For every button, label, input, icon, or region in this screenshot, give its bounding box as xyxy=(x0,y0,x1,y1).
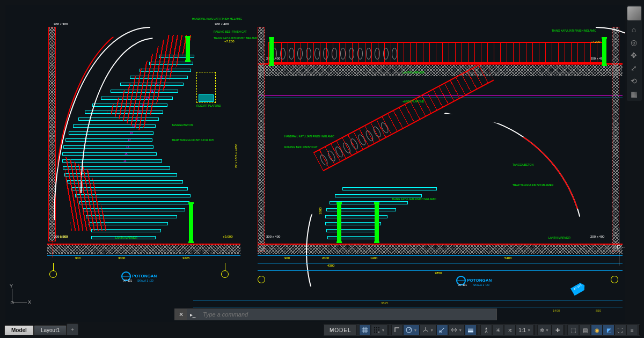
navigation-toolbar: ⌂ ◎ ✥ ⤢ ⟲ ▦ xyxy=(627,5,642,101)
ucs-icon: X Y xyxy=(8,285,29,307)
units-toggle[interactable]: ⬚ xyxy=(567,325,579,335)
el-top-r: +7.200 xyxy=(590,40,601,43)
zoom-extents-icon[interactable]: ⤢ xyxy=(627,62,640,74)
lbl-tiang-r: TIANG KAYU JATI FINISH MELAMIC xyxy=(552,29,596,32)
dim-r-span2: 2000 xyxy=(322,256,329,260)
command-close-icon[interactable]: ✕ xyxy=(175,309,187,320)
snap-toggle[interactable]: ▼ xyxy=(371,325,387,335)
lbl-tiang2-r: TIANG KAYU JATI FINISH MELAMIC xyxy=(392,197,436,201)
view-scale-right: SKALA 1 : 20 xyxy=(473,283,489,286)
quickprops-toggle[interactable]: ▤ xyxy=(579,325,591,335)
lbl-railing-r: RAILING BESI FINISH CAT xyxy=(284,145,318,149)
dim-r-total: 7850 xyxy=(435,271,442,275)
svg-point-8 xyxy=(376,329,377,330)
nav-home-icon[interactable]: ⌂ xyxy=(627,24,640,35)
dim-left-span3: 3225 xyxy=(182,256,189,260)
lbl-lantai-left: LANTAI MARMER xyxy=(115,236,137,239)
svg-point-6 xyxy=(378,327,379,328)
workspace-switch[interactable]: ✲▼ xyxy=(537,325,552,335)
view-ref-left: A7-101 xyxy=(123,279,132,282)
dim-col-left-r: 200 x 400 xyxy=(215,23,229,26)
lbl-plafond-r: +6.900 PLAFOND xyxy=(402,100,424,103)
dim-col-r-r2: 200 x 400 xyxy=(590,235,604,238)
annovis-toggle[interactable]: ✳ xyxy=(492,325,504,335)
dim-left-span2: 3000 xyxy=(118,256,125,260)
annotation-monitor[interactable]: ✚ xyxy=(552,325,564,335)
el-bot-left-r: +3.000 xyxy=(223,235,233,238)
add-layout-button[interactable]: ＋ xyxy=(67,324,78,335)
annoscale-icon[interactable] xyxy=(480,325,492,335)
grid-toggle[interactable] xyxy=(359,325,371,335)
cleanscreen-toggle[interactable]: ⛶ xyxy=(614,325,626,335)
svg-point-10 xyxy=(374,332,375,333)
tab-model[interactable]: Model xyxy=(4,325,34,335)
lbl-tangga-left: TANGGA BETON xyxy=(172,123,193,127)
otrack-toggle[interactable]: ▼ xyxy=(448,325,465,335)
el-bot-left-l: +3.000 xyxy=(58,235,68,238)
command-line: ✕ ▸_ xyxy=(174,308,497,320)
dim-h1: 1800 xyxy=(319,207,322,214)
command-history-icon[interactable]: ▸_ xyxy=(187,309,199,320)
osnap-toggle[interactable] xyxy=(436,325,448,335)
lineweight-toggle[interactable] xyxy=(465,325,477,335)
lbl-plafond-left: RESORT PLAFOND xyxy=(196,104,221,107)
isolate-objects[interactable]: ◩ xyxy=(603,325,614,335)
dim-below3: 1400 xyxy=(553,309,560,312)
layout-tabs: Model Layout1 ＋ xyxy=(4,325,78,335)
dim-below1: 3825 xyxy=(381,302,388,305)
view-scale-left: SKALA 1 : 20 xyxy=(137,279,153,282)
drawing-canvas[interactable]: 3000 900 3225 200 x 300 200 x 300 200 x … xyxy=(5,5,625,322)
svg-point-4 xyxy=(374,327,375,328)
annotation-scale[interactable]: 1:1▼ xyxy=(516,325,533,335)
hardware-accel-toggle[interactable]: ◉ xyxy=(591,325,603,335)
dim-r-span4: 5400 xyxy=(504,256,511,260)
svg-point-5 xyxy=(376,327,377,328)
polar-toggle[interactable]: ▼ xyxy=(403,325,420,335)
el-top-left: +7.200 xyxy=(224,40,235,43)
isodraft-toggle[interactable]: ▼ xyxy=(420,325,436,335)
lbl-handrail-r: HANDRAIL KAYU JATI FINISH MELAMIC xyxy=(284,135,334,138)
lbl-railing-left: RAILING BESI FINISH CAT xyxy=(214,30,247,33)
svg-point-12 xyxy=(378,332,379,333)
dim-left-span1: 900 xyxy=(75,256,80,260)
pan-icon[interactable]: ✥ xyxy=(627,49,640,61)
svg-point-9 xyxy=(378,329,379,330)
lbl-tangga-r: TANGGA BETON xyxy=(513,163,533,166)
dim-col-left-l: 200 x 300 xyxy=(54,23,68,26)
view-ref-right: A7-101 xyxy=(458,283,467,286)
section-tag xyxy=(570,282,587,296)
dim-r-span1: 900 xyxy=(284,256,290,260)
viewcube[interactable] xyxy=(627,6,641,20)
orbit-icon[interactable]: ⟲ xyxy=(627,75,640,87)
dim-below4: 850 xyxy=(596,309,601,312)
lbl-lantai-bot: LANTAI MARMER xyxy=(548,236,570,239)
tab-layout1[interactable]: Layout1 xyxy=(34,325,67,335)
autoscale-toggle[interactable]: ⤮ xyxy=(504,325,516,335)
customize-statusbar[interactable]: ≡ xyxy=(626,325,638,335)
showmotion-icon[interactable]: ▦ xyxy=(627,88,640,100)
dim-r-sub1: 4300 xyxy=(327,264,334,267)
dim-riser: 27 x 18.5 = 4950 xyxy=(235,144,238,168)
lbl-trap-r: TRAP TANGGA FINISH MARMER xyxy=(513,183,553,187)
steering-wheel-icon[interactable]: ◎ xyxy=(627,36,640,48)
lbl-handrail-left: HANDRAIL KAYU JATI FINISH MELAMIC xyxy=(192,17,242,20)
ortho-toggle[interactable] xyxy=(391,325,403,335)
lbl-lantai-top: LANTAI MARMER xyxy=(402,71,425,74)
lbl-tiang-left: TIANG KAYU JATI FINISH MELAMIC xyxy=(214,36,258,40)
svg-point-11 xyxy=(376,332,377,333)
modelspace-button[interactable]: MODEL xyxy=(324,325,357,335)
lbl-trap-left: TRAP TANGGA FINISH KAYU JATI xyxy=(172,138,214,142)
svg-point-7 xyxy=(374,329,375,330)
dim-col-r-l2: 300 x 400 xyxy=(266,235,280,238)
status-bar: MODEL ▼ ▼ ▼ ▼ ✳ ⤮ 1:1▼ ✲▼ ✚ ⬚ ▤ ◉ ◩ ⛶ ≡ xyxy=(324,324,640,336)
dim-r-span3: 1400 xyxy=(370,256,377,260)
command-input[interactable] xyxy=(199,309,496,320)
